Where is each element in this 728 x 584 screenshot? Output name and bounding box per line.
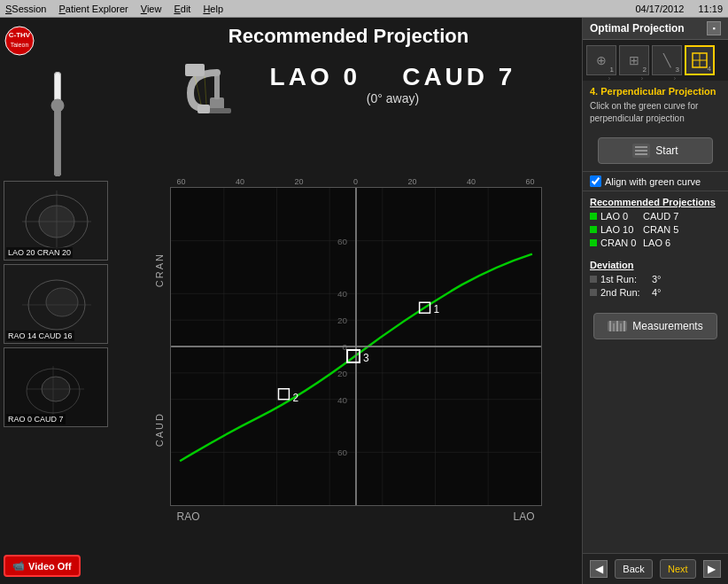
align-label: Align with green curve xyxy=(605,176,701,187)
deviation-title: Deviation xyxy=(590,260,721,270)
proj-dot-3 xyxy=(590,239,597,246)
thumbnail-2[interactable]: RAO 14 CAUD 16 xyxy=(4,264,108,344)
proj-row-2: LAO 10 CRAN 5 xyxy=(590,224,721,235)
proj-val1-3: CRAN 0 xyxy=(600,237,639,248)
step-thumb-3[interactable]: ╲ 3 › xyxy=(652,45,682,75)
menu-time: 11:19 xyxy=(698,4,723,14)
right-panel-title: Optimal Projection xyxy=(590,22,685,35)
step-thumb-4[interactable]: 4 xyxy=(685,45,715,75)
slider-area[interactable] xyxy=(4,71,112,177)
projection-info-row: LAO 0 CAUD 7 (0° away) xyxy=(124,53,573,115)
proj-row-3: CRAN 0 LAO 6 xyxy=(590,237,721,248)
x-tick-20-left: 20 xyxy=(294,177,303,186)
proj-row-1: LAO 0 CAUD 7 xyxy=(590,211,721,222)
svg-text:20: 20 xyxy=(337,368,347,378)
svg-text:20: 20 xyxy=(337,315,347,325)
video-off-button[interactable]: 📹 Video Off xyxy=(4,555,81,577)
dev-row-1: 1st Run: 3° xyxy=(590,274,721,284)
menu-help[interactable]: Help xyxy=(203,4,223,14)
step-2-num: 2 xyxy=(643,66,647,74)
svg-text:3: 3 xyxy=(362,351,368,363)
projection-values: LAO 0 CAUD 7 (0° away) xyxy=(270,63,516,105)
x-tick-0: 0 xyxy=(353,177,358,186)
measurements-button[interactable]: Measurements xyxy=(593,313,717,339)
graph-container: CRAN CAUD 60 40 20 0 20 xyxy=(124,122,573,577)
deviation-section: Deviation 1st Run: 3° 2nd Run: 4° xyxy=(583,256,728,306)
svg-text:C-THV: C-THV xyxy=(9,31,31,39)
x-label-lao: LAO xyxy=(513,510,534,523)
svg-rect-21 xyxy=(197,105,210,113)
svg-text:60: 60 xyxy=(337,236,347,245)
menu-edit[interactable]: Edit xyxy=(174,4,190,14)
proj-val1-2: LAO 10 xyxy=(600,224,639,235)
dev-dot-1 xyxy=(590,276,597,283)
y-label-cran: CRAN xyxy=(154,253,165,287)
proj-val2-1: CAUD 7 xyxy=(643,211,678,222)
step-title: 4. Perpendicular Projection xyxy=(590,86,721,97)
step-thumb-2[interactable]: ⊞ 2 › xyxy=(619,45,649,75)
menu-patient-explorer[interactable]: Patient Explorer xyxy=(58,4,128,14)
dev-dot-2 xyxy=(590,289,597,296)
menu-datetime: 04/17/2012 11:19 xyxy=(635,4,723,14)
step-1-icon: ⊕ xyxy=(596,53,607,67)
align-checkbox[interactable] xyxy=(590,175,601,187)
nav-buttons: ◀ Back Next ▶ xyxy=(583,553,728,584)
x-tick-60-left: 60 xyxy=(177,177,186,186)
step-1-num: 1 xyxy=(610,66,614,74)
thumbnail-3[interactable]: RAO 0 CAUD 7 xyxy=(4,347,108,427)
center-content: Recommended Projection xyxy=(115,18,582,584)
thumbnail-1[interactable]: LAO 20 CRAN 20 xyxy=(4,181,108,261)
x-tick-20-right: 20 xyxy=(407,177,416,186)
svg-text:1: 1 xyxy=(433,303,439,315)
dev-val-2: 4° xyxy=(652,287,662,298)
dev-label-1: 1st Run: xyxy=(600,274,648,284)
proj-val1-1: LAO 0 xyxy=(600,211,639,222)
step-3-icon: ╲ xyxy=(663,53,670,67)
step-thumbnails: ⊕ 1 › ⊞ 2 › ╲ 3 › 4 xyxy=(583,40,728,81)
x-tick-60-right: 60 xyxy=(525,177,534,186)
proj-val2-3: LAO 6 xyxy=(643,237,670,248)
x-tick-40-right: 40 xyxy=(467,177,476,186)
svg-text:40: 40 xyxy=(337,394,347,404)
menu-bar: SSession Patient Explorer View Edit Help… xyxy=(0,0,728,18)
y-label-caud: CAUD xyxy=(154,412,165,447)
thumbnail-label-1: LAO 20 CRAN 20 xyxy=(6,247,73,258)
dev-val-1: 3° xyxy=(652,274,662,284)
recommended-section: Recommended Projections LAO 0 CAUD 7 LAO… xyxy=(583,191,728,256)
back-button[interactable]: Back xyxy=(615,559,652,579)
menu-date: 04/17/2012 xyxy=(635,4,684,14)
right-panel-collapse-button[interactable]: ▪ xyxy=(707,21,721,35)
right-panel-header: Optimal Projection ▪ xyxy=(583,18,728,40)
vertical-slider[interactable] xyxy=(49,71,66,177)
recommended-title: Recommended Projections xyxy=(590,197,721,207)
start-button[interactable]: Start xyxy=(598,137,713,164)
logo-area: C-THV Taieon xyxy=(4,21,112,64)
thumbnail-label-2: RAO 14 CAUD 16 xyxy=(6,331,74,341)
svg-text:Taieon: Taieon xyxy=(11,42,29,48)
step-2-icon: ⊞ xyxy=(629,53,639,67)
svg-text:2: 2 xyxy=(292,391,298,403)
nav-next-arrow[interactable]: ▶ xyxy=(703,560,721,578)
app-logo-icon: C-THV Taieon xyxy=(4,25,35,57)
thumbnail-label-3: RAO 0 CAUD 7 xyxy=(6,414,66,424)
start-icon xyxy=(632,144,650,158)
dev-label-2: 2nd Run: xyxy=(600,287,648,298)
menu-view[interactable]: View xyxy=(141,4,162,14)
svg-point-10 xyxy=(46,288,78,316)
projection-main: LAO 0 CAUD 7 xyxy=(270,63,516,91)
proj-dot-2 xyxy=(590,226,597,233)
projection-graph[interactable]: 60 40 20 0 20 40 60 1 xyxy=(170,187,542,506)
menu-session[interactable]: SSession xyxy=(5,4,46,14)
svg-rect-20 xyxy=(185,64,205,76)
nav-prev-arrow[interactable]: ◀ xyxy=(590,560,608,578)
step-3-num: 3 xyxy=(676,66,679,74)
svg-text:40: 40 xyxy=(337,289,347,299)
step-info: 4. Perpendicular Projection Click on the… xyxy=(583,81,728,130)
next-button[interactable]: Next xyxy=(660,559,696,579)
measurements-icon xyxy=(608,319,627,333)
step-thumb-1[interactable]: ⊕ 1 › xyxy=(586,45,616,75)
projection-title: Recommended Projection xyxy=(124,25,573,48)
graph-wrapper: CRAN CAUD 60 40 20 0 20 xyxy=(154,177,544,523)
svg-line-23 xyxy=(205,76,206,105)
svg-text:60: 60 xyxy=(337,448,347,457)
